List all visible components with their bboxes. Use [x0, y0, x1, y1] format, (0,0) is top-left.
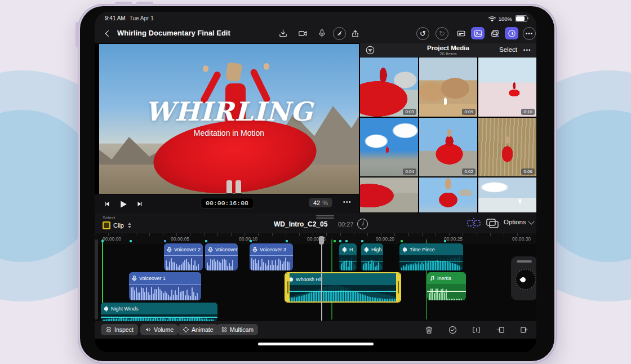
battery-percent: 100% [499, 16, 512, 22]
video-subtitle: Meditation in Motion [99, 128, 359, 137]
select-button[interactable]: Select [499, 46, 517, 53]
media-item-white-figure-horizon[interactable] [478, 177, 536, 212]
timeline-clip-voiceover-2[interactable]: Voiceover 2 [164, 243, 203, 270]
timeline-clip-voiceover-3[interactable]: Voiceover 3 [250, 243, 293, 270]
jog-drag-handle[interactable] [517, 260, 532, 263]
media-item-cloudy-sky-red-dancer[interactable]: 0:04 [360, 118, 418, 176]
timecode-display[interactable]: 00:00:16:08 [200, 198, 254, 208]
screen: 9:41 AMTue Apr 1 100% Whirling Documenta… [95, 12, 536, 352]
inspect-button[interactable]: Inspect [101, 324, 138, 335]
camera-icon [298, 29, 308, 38]
media-item-arms-crossed-dancer[interactable] [419, 177, 477, 212]
timeline-clip-high-[interactable]: High… [361, 243, 383, 270]
animate-button[interactable]: Animate [178, 324, 218, 335]
animate-icon [183, 326, 189, 333]
ruler-marker-dot [286, 240, 288, 242]
back-button[interactable] [100, 27, 114, 39]
mic-button[interactable] [315, 27, 328, 39]
ruler-marker-dot [401, 240, 403, 242]
pencil-button[interactable] [333, 27, 346, 40]
media-grid: 0:030:090:100:040:020:06 [360, 57, 536, 213]
duration-badge: 0:04 [403, 168, 416, 175]
timeline-clip-whoosh-hit[interactable]: Whoosh Hit [285, 272, 401, 303]
clips-button[interactable] [488, 27, 501, 39]
media-item-red-skirt-hills[interactable] [360, 177, 418, 212]
media-panel: Project Media 26 Items Select ••• 0:030:… [360, 43, 536, 213]
timeline-clip-voiceover-1[interactable]: Voiceover 1 [129, 272, 201, 300]
viewer-panel: WHIRLING Meditation in Motion 00:00:16:0… [95, 43, 359, 213]
viewer-more-button[interactable]: ••• [343, 199, 352, 205]
home-indicator[interactable] [258, 343, 374, 345]
skip-back-button[interactable] [101, 198, 113, 210]
jog-dial-icon[interactable] [515, 269, 536, 290]
insert-button[interactable] [494, 323, 506, 336]
overwrite-button[interactable] [470, 323, 482, 336]
jog-toggle-button[interactable] [505, 27, 518, 39]
media-item-golden-reeds-red-dancer[interactable]: 0:06 [478, 118, 536, 176]
volume-button[interactable]: Volume [140, 324, 178, 335]
delete-button[interactable] [423, 323, 435, 336]
jog-wheel[interactable] [511, 256, 536, 300]
status-date: Tue Apr 1 [130, 15, 154, 21]
connect-button[interactable] [518, 323, 530, 336]
import-button[interactable] [276, 27, 290, 39]
playhead-handle[interactable] [319, 236, 324, 245]
multicam-button[interactable]: Multicam [216, 324, 258, 335]
check-circle-icon [448, 325, 457, 335]
share-button[interactable] [348, 27, 362, 39]
media-item-salt-flat-red-dancer[interactable]: 0:10 [478, 57, 536, 117]
ruler-marker-dot [345, 240, 348, 242]
undo-button[interactable]: ↺ [416, 27, 429, 40]
jog-toggle-icon [507, 29, 517, 38]
ruler-marker-dot [101, 240, 104, 242]
media-item-red-skirt-closeup[interactable]: 0:03 [360, 57, 418, 117]
transport-bar: 00:00:16:08 42% ••• [95, 194, 359, 213]
ruler-marker-dot [361, 240, 363, 242]
media-browser-button[interactable] [471, 27, 485, 39]
approve-button[interactable] [446, 323, 459, 336]
timeline-clip-night-winds[interactable]: Night Winds [101, 303, 217, 321]
ruler-marker-dot [339, 240, 341, 242]
timeline-clip-time-piece[interactable]: Time Piece [399, 243, 463, 270]
ruler-marker-dot [334, 240, 336, 242]
more-button[interactable]: ••• [523, 27, 536, 40]
timeline-clip-h-[interactable]: H… [339, 243, 357, 270]
ipad-device: 9:41 AMTue Apr 1 100% Whirling Documenta… [78, 5, 556, 363]
media-item-red-dancer-back-view[interactable]: 0:02 [419, 118, 477, 176]
insert-icon [496, 325, 505, 335]
status-left: 9:41 AMTue Apr 1 [105, 15, 154, 21]
volume-button-1 [115, 2, 132, 5]
trim-handle-left[interactable] [286, 273, 290, 301]
media-more-button[interactable]: ••• [523, 47, 531, 53]
trash-icon [424, 325, 434, 335]
keyboard-button[interactable] [454, 27, 468, 39]
video-preview[interactable]: WHIRLING Meditation in Motion [99, 44, 359, 194]
timeline-lanes: Voiceover 2Voiceover 2Voiceover 3H…High…… [95, 213, 536, 321]
play-button[interactable] [117, 198, 128, 210]
media-item-desert-rocks-white-figure[interactable]: 0:09 [419, 57, 477, 117]
multicam-icon [221, 326, 228, 333]
trim-handle-right[interactable] [396, 273, 400, 301]
playhead[interactable] [321, 236, 322, 321]
duration-badge: 0:02 [462, 168, 476, 175]
camera-button[interactable] [296, 27, 309, 39]
app-toolbar: Whirling Documentary Final Edit ↺ ↻ [95, 24, 536, 43]
status-right: 100% [488, 15, 527, 22]
battery-icon [515, 15, 527, 22]
bottom-toolbar: Inspect Volume Animate Multicam [95, 321, 536, 339]
timeline-clip-inertia[interactable]: Inertia [427, 272, 466, 300]
media-header: Project Media 26 Items Select ••• [360, 43, 536, 57]
duration-badge: 0:09 [462, 109, 476, 115]
inspect-icon [105, 326, 112, 333]
back-chevron-icon [103, 29, 112, 38]
status-time: 9:41 AM [105, 15, 126, 21]
zoom-level[interactable]: 42% [309, 198, 332, 207]
timeline-clip-voiceover-2[interactable]: Voiceover 2 [205, 243, 238, 270]
status-bar: 9:41 AMTue Apr 1 100% [95, 15, 536, 24]
top-chrome: 9:41 AMTue Apr 1 100% Whirling Documenta… [95, 12, 536, 43]
skip-forward-button[interactable] [134, 198, 145, 210]
connect-icon [519, 325, 529, 335]
ruler-marker-dot [250, 240, 252, 242]
redo-button[interactable]: ↻ [436, 27, 448, 40]
ruler-marker-dot [130, 240, 132, 242]
